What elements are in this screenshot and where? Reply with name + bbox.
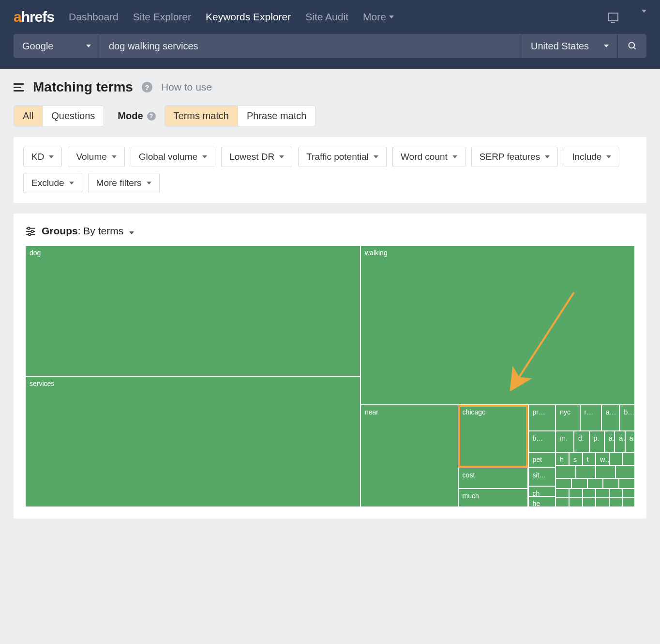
help-icon[interactable]: ? (142, 82, 152, 92)
treemap-cell[interactable] (596, 498, 609, 507)
search-icon (628, 41, 637, 51)
treemap-cell[interactable] (609, 498, 622, 507)
groups-select[interactable]: Groups: By terms (42, 225, 134, 237)
treemap-cell[interactable] (569, 489, 583, 498)
treemap-cell[interactable] (555, 478, 571, 489)
help-icon[interactable]: ? (147, 112, 156, 121)
treemap-cell[interactable]: ch (528, 486, 556, 497)
filter-word-count[interactable]: Word count (392, 147, 465, 167)
treemap-cell[interactable] (619, 478, 635, 489)
treemap-cell[interactable]: walking (360, 245, 635, 405)
treemap-cell[interactable] (583, 489, 596, 498)
treemap-cell[interactable] (596, 465, 615, 478)
treemap-cell[interactable]: d. (574, 431, 589, 452)
treemap-cell[interactable]: h (555, 452, 569, 465)
search-engine-select[interactable]: Google (14, 34, 100, 58)
tab-phrase-match[interactable]: Phrase match (238, 106, 315, 126)
treemap-cell[interactable]: b… (528, 431, 556, 452)
filter-more[interactable]: More filters (88, 173, 160, 193)
chevron-down-icon (86, 45, 91, 47)
treemap-cell[interactable] (622, 452, 635, 465)
treemap-cell[interactable]: a (615, 431, 625, 452)
tab-all[interactable]: All (14, 106, 42, 126)
nav-keywords-explorer[interactable]: Keywords Explorer (206, 11, 291, 23)
treemap-cell[interactable] (622, 498, 635, 507)
treemap-cell[interactable] (571, 478, 587, 489)
monitor-icon[interactable] (608, 13, 618, 21)
tab-questions[interactable]: Questions (42, 106, 104, 126)
svg-line-1 (633, 47, 635, 49)
treemap-cell[interactable]: p. (589, 431, 605, 452)
svg-point-3 (28, 227, 30, 230)
chevron-down-icon (604, 45, 609, 47)
treemap-cell[interactable]: pet (528, 452, 556, 468)
treemap-cell[interactable] (609, 452, 622, 465)
treemap-cell[interactable] (615, 465, 635, 478)
treemap-cell[interactable] (622, 489, 635, 498)
treemap-cell[interactable]: services (25, 376, 360, 507)
filter-global-volume[interactable]: Global volume (131, 147, 215, 167)
treemap-cell[interactable] (569, 498, 583, 507)
filter-serp-features[interactable]: SERP features (471, 147, 558, 167)
treemap-chart[interactable]: dogserviceswalkingnearchicagocostmuchpr…… (25, 245, 635, 507)
treemap-cell[interactable]: w (596, 452, 609, 465)
treemap-cell[interactable] (603, 478, 619, 489)
filter-volume[interactable]: Volume (68, 147, 124, 167)
keyword-input[interactable] (109, 41, 513, 52)
filter-lowest-dr[interactable]: Lowest DR (221, 147, 292, 167)
treemap-cell[interactable]: t (583, 452, 596, 465)
treemap-cell[interactable] (576, 465, 596, 478)
treemap-cell[interactable]: b… (620, 405, 635, 431)
country-select[interactable]: United States (522, 34, 617, 58)
nav-site-explorer[interactable]: Site Explorer (133, 11, 191, 23)
filter-kd[interactable]: KD (23, 147, 62, 167)
nav-site-audit[interactable]: Site Audit (305, 11, 348, 23)
chevron-down-icon (374, 155, 378, 158)
sliders-icon[interactable] (25, 226, 36, 236)
how-to-use-link[interactable]: How to use (161, 81, 212, 93)
treemap-panel: Groups: By terms dogserviceswalkingnearc… (14, 214, 646, 519)
treemap-cell[interactable]: he (528, 496, 556, 507)
treemap-cell[interactable]: chicago (458, 405, 528, 468)
filter-include[interactable]: Include (564, 147, 619, 167)
chevron-down-icon (112, 155, 117, 158)
nav-more[interactable]: More (363, 11, 394, 23)
chevron-down-icon (452, 155, 457, 158)
treemap-cell[interactable]: m. (555, 431, 574, 452)
svg-point-0 (629, 43, 634, 48)
treemap-cell[interactable]: pr… (528, 405, 556, 431)
treemap-cell[interactable] (609, 489, 622, 498)
treemap-cell[interactable]: s (569, 452, 583, 465)
treemap-cell[interactable] (555, 498, 569, 507)
treemap-cell[interactable]: nyc (555, 405, 580, 431)
chevron-down-icon (147, 182, 151, 184)
logo[interactable]: ahrefs (14, 9, 54, 25)
nav-dashboard[interactable]: Dashboard (69, 11, 119, 23)
chevron-down-icon (69, 182, 74, 184)
treemap-cell[interactable]: a (625, 431, 635, 452)
search-button[interactable] (617, 34, 646, 58)
treemap-cell[interactable] (555, 465, 576, 478)
treemap-cell[interactable]: a (604, 431, 615, 452)
chevron-down-icon (389, 15, 394, 18)
treemap-cell[interactable]: much (458, 489, 528, 507)
chevron-down-icon (606, 155, 611, 158)
treemap-cell[interactable] (587, 478, 603, 489)
treemap-cell[interactable]: dog (25, 245, 360, 376)
tab-terms-match[interactable]: Terms match (165, 106, 238, 126)
chevron-down-icon (129, 231, 134, 234)
treemap-cell[interactable]: near (360, 405, 458, 507)
menu-icon[interactable] (14, 83, 24, 92)
treemap-cell[interactable]: sit… (528, 468, 556, 486)
filter-exclude[interactable]: Exclude (23, 173, 82, 193)
filter-traffic-potential[interactable]: Traffic potential (298, 147, 387, 167)
chevron-down-icon (49, 155, 54, 158)
treemap-cell[interactable]: cost (458, 468, 528, 489)
account-menu[interactable] (642, 13, 646, 21)
treemap-cell[interactable] (583, 498, 596, 507)
treemap-cell[interactable]: a… (601, 405, 620, 431)
treemap-cell[interactable]: r… (580, 405, 601, 431)
treemap-cell[interactable] (555, 489, 569, 498)
chevron-down-icon (202, 155, 207, 158)
treemap-cell[interactable] (596, 489, 609, 498)
